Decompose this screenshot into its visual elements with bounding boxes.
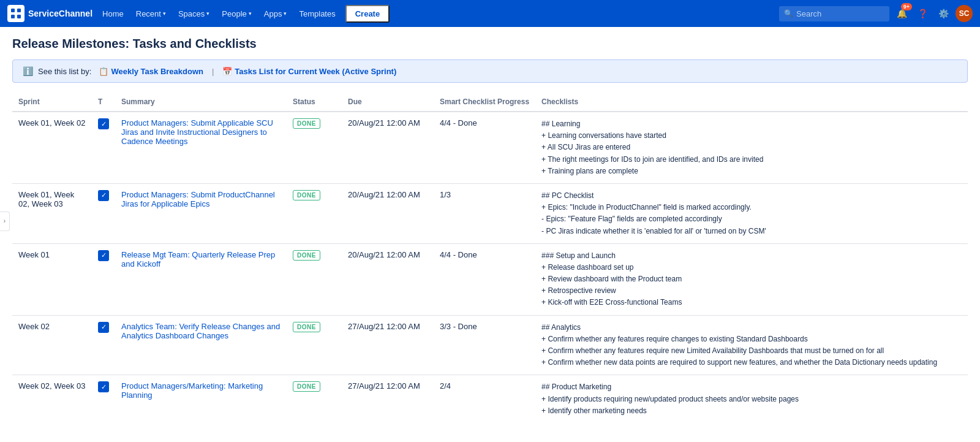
cell-due: 20/Aug/21 12:00 AM [342,112,434,183]
checklist-content: ### Setup and Launch + Release dashboard… [541,250,962,309]
avatar[interactable]: SC [956,5,973,22]
cell-status: DONE [287,243,342,315]
cell-progress: 4/4 - Done [434,112,535,183]
col-header-due: Due [342,93,434,112]
task-link[interactable]: Release Mgt Team: Quarterly Release Prep… [121,250,275,269]
col-header-checklists: Checklists [535,93,968,112]
nav-spaces[interactable]: Spaces ▾ [173,7,214,21]
nav-recent[interactable]: Recent ▾ [131,7,171,21]
weekly-task-breakdown-link[interactable]: 📋 Weekly Task Breakdown [99,67,203,76]
nav-right-section: 🔍 🔔 9+ ❓ ⚙️ SC [779,5,973,22]
cell-checklists: ## Learning + Learning conversations hav… [535,112,968,183]
sidebar-toggle[interactable]: › [0,211,10,231]
svg-rect-2 [11,15,15,18]
table-row: Week 01, Week 02✓Product Managers: Submi… [12,112,968,183]
task-link[interactable]: Product Managers/Marketing: Marketing Pl… [121,381,263,400]
search-input[interactable] [779,6,889,21]
cell-status: DONE [287,315,342,375]
checklist-content: ## Learning + Learning conversations hav… [541,118,962,177]
col-header-type: T [92,93,115,112]
col-header-summary: Summary [115,93,287,112]
search-icon: 🔍 [784,9,793,18]
app-logo[interactable]: ServiceChannel [7,5,92,22]
cell-summary: Product Managers: Submit ProductChannel … [115,183,287,243]
cell-status: DONE [287,375,342,423]
cell-type: ✓ [92,375,115,423]
task-link[interactable]: Product Managers: Submit Applicable SCU … [121,118,273,146]
cell-progress: 3/3 - Done [434,315,535,375]
table-row: Week 02, Week 03✓Product Managers/Market… [12,375,968,423]
cell-type: ✓ [92,315,115,375]
top-navigation: ServiceChannel Home Recent ▾ Spaces ▾ Pe… [0,0,980,27]
nav-templates[interactable]: Templates [294,7,340,21]
checkbox-icon[interactable]: ✓ [98,381,109,392]
cell-sprint: Week 02, Week 03 [12,375,92,423]
status-badge: DONE [293,190,320,200]
cell-progress: 1/3 [434,183,535,243]
checkbox-icon[interactable]: ✓ [98,190,109,201]
banner-separator: | [212,67,214,76]
checkbox-icon[interactable]: ✓ [98,118,109,129]
col-header-sprint: Sprint [12,93,92,112]
tasks-table: Sprint T Summary Status Due Smart Checkl… [12,93,968,423]
nav-home[interactable]: Home [97,7,129,21]
settings-button[interactable]: ⚙️ [935,5,952,22]
search-wrapper: 🔍 [779,6,889,21]
cell-progress: 4/4 - Done [434,243,535,315]
checkbox-icon[interactable]: ✓ [98,322,109,333]
status-badge: DONE [293,250,320,261]
cell-due: 20/Aug/21 12:00 AM [342,183,434,243]
nav-people[interactable]: People ▾ [217,7,256,21]
cell-type: ✓ [92,112,115,183]
checkbox-icon[interactable]: ✓ [98,250,109,261]
checklist-content: ## Analytics + Confirm whether any featu… [541,322,962,369]
cell-sprint: Week 01, Week 02 [12,112,92,183]
task-link[interactable]: Product Managers: Submit ProductChannel … [121,190,275,208]
cell-type: ✓ [92,243,115,315]
create-button[interactable]: Create [345,5,390,23]
cell-summary: Product Managers/Marketing: Marketing Pl… [115,375,287,423]
view-options-banner: ℹ️ See this list by: 📋 Weekly Task Break… [12,59,968,83]
notifications-badge: 9+ [901,3,912,10]
cell-summary: Product Managers: Submit Applicable SCU … [115,112,287,183]
cell-sprint: Week 01, Week 02, Week 03 [12,183,92,243]
chevron-down-icon: ▾ [206,10,209,17]
cell-checklists: ## Analytics + Confirm whether any featu… [535,315,968,375]
logo-icon [7,5,24,22]
status-badge: DONE [293,322,320,332]
cell-checklists: ## PC Checklist + Epics: "Include in Pro… [535,183,968,243]
sprint-link-text: Tasks List for Current Week (Active Spri… [235,67,396,76]
page-container: Release Milestones: Tasks and Checklists… [0,27,980,433]
nav-apps[interactable]: Apps ▾ [259,7,292,21]
status-badge: DONE [293,118,320,129]
table-row: Week 01, Week 02, Week 03✓Product Manage… [12,183,968,243]
help-button[interactable]: ❓ [914,5,931,22]
svg-rect-1 [17,9,21,12]
table-body: Week 01, Week 02✓Product Managers: Submi… [12,112,968,423]
status-badge: DONE [293,381,320,392]
cell-summary: Analytics Team: Verify Release Changes a… [115,315,287,375]
svg-rect-0 [11,9,15,12]
app-name: ServiceChannel [28,9,92,18]
sprint-icon: 📅 [222,67,232,76]
cell-summary: Release Mgt Team: Quarterly Release Prep… [115,243,287,315]
table-row: Week 01✓Release Mgt Team: Quarterly Rele… [12,243,968,315]
cell-checklists: ### Setup and Launch + Release dashboard… [535,243,968,315]
task-link[interactable]: Analytics Team: Verify Release Changes a… [121,322,280,340]
banner-label: See this list by: [38,67,91,76]
table-row: Week 02✓Analytics Team: Verify Release C… [12,315,968,375]
notifications-button[interactable]: 🔔 9+ [893,5,910,22]
cell-status: DONE [287,183,342,243]
cell-status: DONE [287,112,342,183]
col-header-progress: Smart Checklist Progress [434,93,535,112]
cell-due: 27/Aug/21 12:00 AM [342,375,434,423]
table-header: Sprint T Summary Status Due Smart Checkl… [12,93,968,112]
cell-sprint: Week 01 [12,243,92,315]
chevron-down-icon: ▾ [284,10,287,17]
chevron-down-icon: ▾ [163,10,166,17]
cell-progress: 2/4 [434,375,535,423]
cell-type: ✓ [92,183,115,243]
tasks-table-wrapper: Sprint T Summary Status Due Smart Checkl… [12,93,968,423]
weekly-icon: 📋 [99,67,108,76]
active-sprint-link[interactable]: 📅 Tasks List for Current Week (Active Sp… [222,67,396,76]
